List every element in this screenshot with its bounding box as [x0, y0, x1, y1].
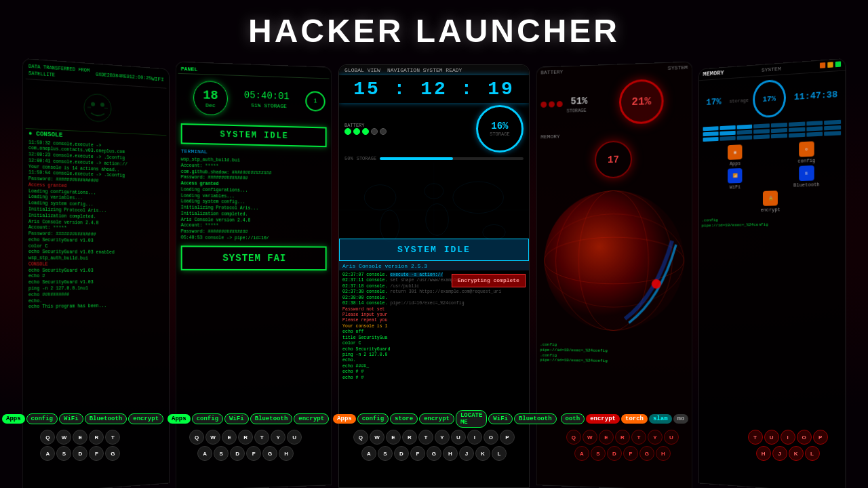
- key-y-2[interactable]: Y: [271, 430, 285, 445]
- tab-strip2-bluetooth[interactable]: Bluetooth: [250, 413, 293, 424]
- key-g-3[interactable]: G: [427, 446, 441, 461]
- key-d-1[interactable]: D: [73, 446, 87, 461]
- key-t-3[interactable]: T: [418, 430, 433, 445]
- key-s-4[interactable]: S: [591, 446, 606, 461]
- key-s-1[interactable]: S: [56, 446, 71, 461]
- key-y-4[interactable]: Y: [648, 430, 663, 445]
- p3-console-body: 02:37:07 console. execute -s action:// 0…: [339, 270, 529, 383]
- key-a-1[interactable]: A: [40, 446, 55, 461]
- key-q-2[interactable]: Q: [189, 430, 204, 445]
- key-j-3[interactable]: J: [459, 446, 474, 461]
- key-p-3[interactable]: P: [500, 430, 515, 445]
- key-r-1[interactable]: R: [89, 430, 104, 445]
- key-o-5[interactable]: O: [797, 430, 812, 445]
- tab-strip4-ooth[interactable]: ooth: [561, 413, 585, 424]
- key-d-3[interactable]: D: [394, 446, 409, 461]
- key-w-4[interactable]: W: [583, 430, 597, 445]
- key-d-2[interactable]: D: [230, 446, 245, 461]
- key-w-2[interactable]: W: [205, 430, 220, 445]
- p5-app-config[interactable]: ⚙ config: [771, 140, 842, 165]
- key-e-4[interactable]: E: [599, 430, 614, 445]
- key-p-5[interactable]: P: [813, 430, 828, 445]
- key-w-1[interactable]: W: [56, 430, 71, 445]
- tab-strip2-encrypt[interactable]: encrypt: [294, 413, 329, 424]
- tab-strip3-wifi[interactable]: WiFi: [488, 413, 513, 424]
- tab-strip1-config[interactable]: config: [26, 413, 58, 424]
- tab-strip4-torch[interactable]: torch: [621, 414, 648, 424]
- tab-strip3-locate[interactable]: LOCATE ME: [456, 410, 487, 428]
- bottom-tabs-container: Apps config WiFi Bluetooth encrypt Apps …: [0, 411, 868, 427]
- p2-idle-button[interactable]: SYSTEM IDLE: [181, 123, 327, 147]
- p4-battery-label: BATTERY: [540, 68, 563, 75]
- key-t-1[interactable]: T: [105, 430, 120, 445]
- key-f-3[interactable]: F: [410, 446, 425, 461]
- key-f-4[interactable]: F: [623, 446, 638, 461]
- p4-globe-svg: [536, 182, 692, 339]
- key-l-5[interactable]: L: [805, 446, 820, 461]
- tab-strip3-encrypt[interactable]: encrypt: [419, 413, 454, 424]
- key-h-5[interactable]: H: [756, 446, 771, 461]
- key-t-2[interactable]: T: [254, 430, 269, 445]
- key-e-3[interactable]: E: [386, 430, 401, 445]
- p1-console-text: 11:59:32 console.execute -> com.oneplus.…: [26, 138, 167, 312]
- key-u-5[interactable]: U: [764, 430, 779, 445]
- key-r-2[interactable]: R: [238, 430, 253, 445]
- tab-strip2-config[interactable]: config: [192, 413, 223, 424]
- key-e-1[interactable]: E: [73, 430, 87, 445]
- tab-strip1-apps[interactable]: Apps: [2, 414, 25, 424]
- tab-strip3-store[interactable]: store: [390, 413, 418, 424]
- tab-strip3-bluetooth[interactable]: Bluetooth: [514, 413, 557, 424]
- key-o-3[interactable]: O: [484, 430, 498, 445]
- tab-strip4-encrypt[interactable]: encrypt: [586, 414, 620, 424]
- key-l-3[interactable]: L: [492, 446, 507, 461]
- tab-strip4-mo[interactable]: mo: [673, 414, 689, 424]
- key-u-3[interactable]: U: [451, 430, 466, 445]
- key-q-4[interactable]: Q: [566, 430, 581, 445]
- tab-strip3-apps[interactable]: Apps: [333, 414, 356, 424]
- key-i-5[interactable]: I: [781, 430, 795, 445]
- key-a-3[interactable]: A: [361, 446, 376, 461]
- p4-globe: [536, 182, 692, 342]
- key-f-2[interactable]: F: [246, 446, 261, 461]
- key-k-5[interactable]: K: [789, 446, 804, 461]
- key-a-4[interactable]: A: [574, 446, 589, 461]
- key-q-1[interactable]: Q: [40, 430, 55, 445]
- key-h-2[interactable]: H: [279, 446, 294, 461]
- tab-strip3-config[interactable]: config: [357, 413, 389, 424]
- key-u-4[interactable]: U: [664, 430, 679, 445]
- key-r-3[interactable]: R: [402, 430, 417, 445]
- key-h-3[interactable]: H: [443, 446, 458, 461]
- key-g-4[interactable]: G: [639, 446, 654, 461]
- p4-memory-label: MEMORY: [540, 134, 559, 140]
- key-t-4[interactable]: T: [631, 430, 646, 445]
- tab-strip2-apps[interactable]: Apps: [167, 414, 191, 424]
- key-q-3[interactable]: Q: [353, 430, 368, 445]
- p5-app-apps[interactable]: ▦ Apps: [701, 143, 769, 167]
- key-g-1[interactable]: G: [105, 446, 120, 461]
- tab-strip4-slam[interactable]: slam: [649, 414, 672, 424]
- p5-app-encrypt[interactable]: 🔒 encrypt: [760, 190, 780, 213]
- key-w-3[interactable]: W: [370, 430, 384, 445]
- key-j-5[interactable]: J: [772, 446, 787, 461]
- key-y-3[interactable]: Y: [435, 430, 450, 445]
- tab-strip1-wifi[interactable]: WiFi: [59, 413, 83, 424]
- key-k-3[interactable]: K: [475, 446, 490, 461]
- tab-strip-2: Apps config WiFi Bluetooth encrypt: [165, 411, 331, 427]
- key-a-2[interactable]: A: [197, 446, 212, 461]
- key-f-1[interactable]: F: [89, 446, 104, 461]
- key-d-4[interactable]: D: [607, 446, 622, 461]
- key-e-2[interactable]: E: [222, 430, 237, 445]
- key-g-2[interactable]: G: [262, 446, 277, 461]
- p5-app-wifi[interactable]: 📶 WiFi: [701, 167, 769, 190]
- p5-app-bluetooth[interactable]: B Bluetooth: [771, 164, 842, 188]
- tab-strip1-bluetooth[interactable]: Bluetooth: [85, 413, 127, 424]
- key-s-2[interactable]: S: [214, 446, 229, 461]
- key-i-3[interactable]: I: [467, 430, 482, 445]
- key-u-2[interactable]: U: [287, 430, 302, 445]
- tab-strip2-wifi[interactable]: WiFi: [224, 413, 249, 424]
- key-h-4[interactable]: H: [656, 446, 671, 461]
- key-r-4[interactable]: R: [615, 430, 630, 445]
- key-t-5[interactable]: T: [748, 430, 763, 445]
- key-s-3[interactable]: S: [378, 446, 393, 461]
- tab-strip1-encrypt[interactable]: encrypt: [128, 413, 163, 424]
